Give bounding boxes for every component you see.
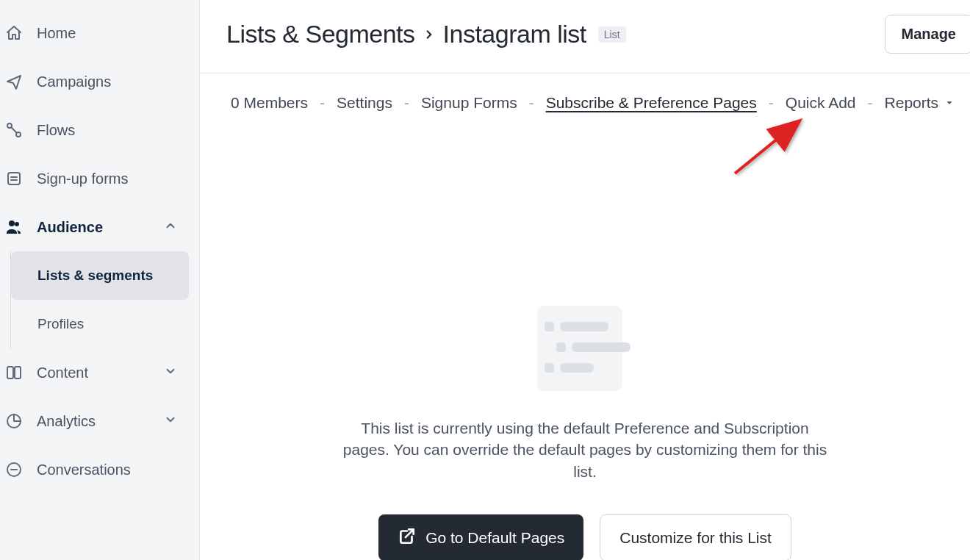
caret-down-icon	[944, 94, 955, 112]
sidebar-item-label: Flows	[37, 122, 190, 139]
tab-subscribe-preference[interactable]: Subscribe & Preference Pages	[542, 91, 761, 115]
breadcrumb-root[interactable]: Lists & Segments	[226, 20, 415, 49]
sidebar-item-label: Content	[37, 365, 151, 381]
sidebar-subitem-profiles[interactable]: Profiles	[11, 300, 189, 348]
list-subnav: 0 Members - Settings - Signup Forms - Su…	[200, 73, 970, 115]
separator: -	[400, 94, 414, 112]
svg-line-10	[735, 122, 798, 173]
sidebar-item-label: Conversations	[37, 462, 190, 478]
tab-signup-forms[interactable]: Signup Forms	[417, 91, 522, 115]
sidebar-item-conversations[interactable]: Conversations	[0, 445, 199, 494]
sidebar-item-home[interactable]: Home	[0, 9, 199, 57]
breadcrumb-current: Instagram list	[443, 20, 586, 49]
empty-state-actions: Go to Default Pages Customize for this L…	[378, 514, 791, 560]
sidebar-subitem-lists-segments[interactable]: Lists & segments	[11, 251, 189, 300]
content-area: This list is currently using the default…	[200, 115, 970, 560]
audience-icon	[4, 218, 24, 237]
chevron-down-icon	[164, 365, 177, 381]
svg-rect-6	[15, 367, 21, 378]
tab-reports[interactable]: Reports	[880, 91, 944, 115]
sidebar-item-analytics[interactable]: Analytics	[0, 397, 199, 445]
sidebar-sublist-audience: Lists & segments Profiles	[10, 251, 199, 348]
flows-icon	[4, 121, 24, 140]
external-link-icon	[398, 526, 417, 549]
send-icon	[4, 72, 24, 91]
goto-default-pages-button[interactable]: Go to Default Pages	[378, 514, 583, 560]
chevron-right-icon	[423, 28, 436, 41]
sidebar-item-campaigns[interactable]: Campaigns	[0, 57, 199, 106]
tab-quick-add[interactable]: Quick Add	[781, 91, 861, 115]
separator: -	[764, 94, 778, 112]
content-icon	[4, 363, 24, 382]
breadcrumb: Lists & Segments Instagram list List	[226, 20, 626, 49]
separator: -	[315, 94, 329, 112]
manage-button[interactable]: Manage	[885, 15, 970, 54]
customize-list-button[interactable]: Customize for this List	[600, 514, 791, 560]
analytics-icon	[4, 412, 24, 431]
svg-rect-2	[8, 173, 20, 184]
empty-state-description: This list is currently using the default…	[342, 417, 827, 482]
sidebar-item-audience[interactable]: Audience	[0, 203, 199, 251]
sidebar-item-flows[interactable]: Flows	[0, 106, 199, 154]
main-content: Lists & Segments Instagram list List Man…	[200, 0, 970, 560]
sidebar-item-label: Sign-up forms	[37, 170, 190, 187]
home-icon	[4, 24, 24, 43]
button-label: Customize for this List	[619, 529, 772, 547]
sidebar-item-label: Home	[37, 25, 190, 42]
conversations-icon	[4, 460, 24, 479]
topbar: Lists & Segments Instagram list List Man…	[200, 0, 970, 73]
sidebar-item-label: Campaigns	[37, 73, 190, 90]
separator: -	[525, 94, 539, 112]
separator: -	[863, 94, 877, 112]
empty-state-graphic	[537, 306, 633, 394]
form-icon	[4, 169, 24, 188]
chevron-down-icon	[164, 413, 177, 429]
button-label: Go to Default Pages	[425, 529, 564, 547]
sidebar-item-label: Audience	[37, 219, 151, 236]
chevron-up-icon	[164, 219, 177, 235]
sidebar: Home Campaigns Flows Sign-up forms Audie	[0, 0, 200, 560]
annotation-arrow-icon	[729, 115, 810, 181]
sidebar-item-signup-forms[interactable]: Sign-up forms	[0, 154, 199, 203]
tab-members[interactable]: 0 Members	[226, 91, 312, 115]
list-type-badge: List	[598, 26, 626, 43]
tab-settings[interactable]: Settings	[332, 91, 397, 115]
svg-rect-5	[7, 367, 13, 378]
sidebar-item-content[interactable]: Content	[0, 348, 199, 397]
sidebar-item-label: Analytics	[37, 413, 151, 430]
